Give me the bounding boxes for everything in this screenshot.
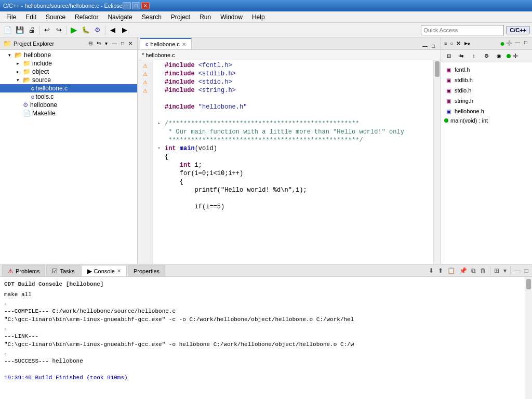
tree-item-makefile[interactable]: 📄 Makefile <box>0 109 137 117</box>
link-button[interactable]: ⇆ <box>95 40 102 47</box>
console-line-dot3: . <box>4 349 521 357</box>
close-button[interactable]: ✕ <box>141 2 150 9</box>
fold-8[interactable]: ▸ <box>157 119 163 128</box>
console-scrollbar-thumb[interactable] <box>526 279 531 289</box>
outline-sort-btn[interactable]: ↕ <box>468 50 480 62</box>
editor-scrollbar[interactable] <box>433 60 441 264</box>
save-button[interactable]: 💾 <box>14 24 25 36</box>
bottom-maximize[interactable]: □ <box>523 267 530 275</box>
console-scroll-up-btn[interactable]: ⬆ <box>436 267 445 275</box>
tab-console[interactable]: ▶ Console ✕ <box>82 265 127 276</box>
outline-item-string[interactable]: ▣ string.h <box>441 96 532 106</box>
console-display-btn[interactable]: ⊞ <box>493 267 501 275</box>
title-bar-controls[interactable]: ─ □ ✕ <box>123 2 150 9</box>
outline-item-fcntl[interactable]: ▣ fcntl.h <box>441 64 532 75</box>
forward-button[interactable]: ▶ <box>119 24 130 36</box>
outline-minimize[interactable]: — <box>513 39 522 48</box>
console-line-success: ---SUCCESS--- hellobone <box>4 357 521 365</box>
menu-file[interactable]: File <box>2 12 20 22</box>
code-line-1: #include <fcntl.h> <box>157 61 429 70</box>
breadcrumb: * hellobone.c <box>138 50 441 60</box>
debug-button[interactable]: 🐛 <box>80 24 91 36</box>
gutter-warn-4: ⚠ <box>138 86 152 95</box>
code-editor[interactable]: #include <fcntl.h> #include <stdlib.h> #… <box>153 60 433 264</box>
close-panel-button[interactable]: ✕ <box>127 40 134 47</box>
menu-run[interactable]: Run <box>195 12 215 22</box>
maximize-button[interactable]: □ <box>132 2 140 9</box>
outline-item-hellobone-h[interactable]: ▣ hellobone.h <box>441 106 532 116</box>
minimize-button[interactable]: ─ <box>123 2 131 9</box>
editor-area: c hellobone.c ✕ — □ * hellobone.c ⚠ ⚠ ⚠ … <box>138 37 441 264</box>
menu-window[interactable]: Window <box>216 12 247 22</box>
console-line-link: ---LINK--- <box>4 332 521 340</box>
menu-help[interactable]: Help <box>248 12 269 22</box>
gutter-blank-8 <box>138 119 152 128</box>
outline-item-stdlib[interactable]: ▣ stdlib.h <box>441 75 532 85</box>
menu-edit[interactable]: Edit <box>21 12 41 22</box>
menu-search[interactable]: Search <box>138 12 166 22</box>
tree-item-source[interactable]: ▾ 📂 source <box>0 76 137 84</box>
include-icon-1: ▣ <box>444 65 453 74</box>
tab-properties[interactable]: Properties <box>128 265 165 276</box>
console-menu-btn[interactable]: ▾ <box>502 267 508 275</box>
menu-project[interactable]: Project <box>167 12 194 22</box>
fold-11[interactable]: ▾ <box>157 144 163 153</box>
menu-navigate[interactable]: Navigate <box>103 12 136 22</box>
console-scroll-lock-btn[interactable]: ⬇ <box>427 267 435 275</box>
collapse-button[interactable]: ⊟ <box>87 40 94 47</box>
outline-filter-btn[interactable]: ⚙ <box>481 50 492 62</box>
toolbar-separator-1 <box>39 25 39 35</box>
explorer-menu-button[interactable]: ▾ <box>103 40 109 47</box>
outline-collapse-btn[interactable]: ⊟ <box>443 50 455 62</box>
console-pin-btn[interactable]: 📌 <box>458 267 469 275</box>
problems-icon: ⚠ <box>8 268 14 275</box>
editor-tab-hellobone-c[interactable]: c hellobone.c ✕ <box>140 38 192 49</box>
tab-problems[interactable]: ⚠ Problems <box>2 265 45 276</box>
include-icon-3: ▣ <box>444 86 453 95</box>
run-button[interactable]: ▶ <box>68 24 79 36</box>
redo-button[interactable]: ↪ <box>53 24 64 36</box>
tree-item-object[interactable]: ▸ 📁 object <box>0 68 137 76</box>
minimize-panel-button[interactable]: — <box>110 40 118 47</box>
quick-access-input[interactable] <box>421 25 504 35</box>
console-new-btn[interactable]: 📋 <box>446 267 457 275</box>
folder-icon-include: 📁 <box>23 60 31 67</box>
file-icon-c-hellobone: c <box>31 86 34 91</box>
tree-item-hellobone-bin[interactable]: ⚙ hellobone <box>0 101 137 109</box>
gutter-blank-9 <box>138 128 152 136</box>
console-clear-btn[interactable]: 🗑 <box>478 267 488 275</box>
title-text: C/C++ - hellobone/source/hellobone.c - E… <box>3 3 123 9</box>
tree-item-hellobone[interactable]: ▾ 📂 hellobone <box>0 51 137 59</box>
back-button[interactable]: ◀ <box>107 24 118 36</box>
console-tab-close[interactable]: ✕ <box>117 268 121 274</box>
tab-close-icon[interactable]: ✕ <box>182 42 186 47</box>
tree-item-label: tools.c <box>36 93 54 100</box>
undo-button[interactable]: ↩ <box>41 24 52 36</box>
maximize-panel-button[interactable]: □ <box>119 40 126 47</box>
console-scrollbar[interactable] <box>525 277 532 399</box>
code-line-2: #include <stdlib.h> <box>157 70 429 78</box>
console-copy-btn[interactable]: ⧉ <box>470 267 477 275</box>
outline-item-main[interactable]: main(void) : int <box>441 116 532 125</box>
outline-item-stdio[interactable]: ▣ stdio.h <box>441 85 532 96</box>
perspective-cpp-button[interactable]: C/C++ <box>506 26 530 34</box>
file-icon-c-tools: c <box>31 94 34 100</box>
menu-source[interactable]: Source <box>42 12 70 22</box>
code-line-13: int i; <box>157 161 429 169</box>
editor-content: ⚠ ⚠ ⚠ ⚠ #include <box>138 60 441 264</box>
editor-minimize[interactable]: — <box>421 43 429 49</box>
tree-item-hellobone-c[interactable]: c hellobone.c <box>0 84 137 92</box>
tree-item-tools-c[interactable]: c tools.c <box>0 92 137 101</box>
print-button[interactable]: 🖨 <box>26 24 37 36</box>
outline-link-btn[interactable]: ⇆ <box>456 50 467 62</box>
build-button[interactable]: ⚙ <box>92 24 103 36</box>
tab-tasks[interactable]: ☑ Tasks <box>46 265 80 276</box>
menu-refactor[interactable]: Refactor <box>71 12 102 22</box>
outline-hide-btn[interactable]: ◉ <box>493 50 504 62</box>
new-button[interactable]: 📄 <box>2 24 14 36</box>
scrollbar-thumb[interactable] <box>435 61 440 77</box>
editor-maximize[interactable]: □ <box>430 43 436 49</box>
outline-maximize[interactable]: □ <box>523 39 529 48</box>
bottom-minimize[interactable]: — <box>513 267 522 275</box>
tree-item-include[interactable]: ▸ 📁 include <box>0 59 137 68</box>
